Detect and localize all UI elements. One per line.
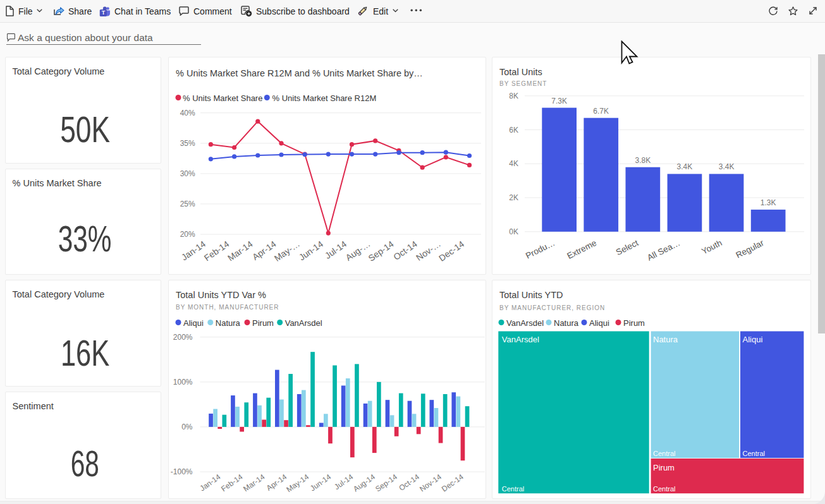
svg-text:-100%: -100%	[171, 467, 193, 476]
svg-text:Feb-14: Feb-14	[219, 472, 244, 493]
svg-text:Sep-14: Sep-14	[366, 239, 395, 263]
svg-text:40%: 40%	[180, 109, 195, 117]
svg-text:Apr-14: Apr-14	[250, 239, 278, 262]
svg-text:100%: 100%	[173, 378, 193, 387]
svg-text:Natura: Natura	[554, 318, 579, 328]
svg-text:Pirum: Pirum	[653, 463, 675, 472]
svg-text:Pirum: Pirum	[623, 318, 645, 328]
svg-text:BY SEGMENT: BY SEGMENT	[499, 80, 547, 87]
svg-text:Oct-14: Oct-14	[397, 472, 421, 493]
svg-text:Nov-14: Nov-14	[418, 472, 443, 494]
svg-text:Aliqui: Aliqui	[589, 318, 609, 328]
svg-text:3.4K: 3.4K	[719, 162, 735, 171]
svg-text:Mar-14: Mar-14	[241, 472, 266, 493]
svg-text:Apr-14: Apr-14	[265, 472, 289, 493]
svg-text:200%: 200%	[173, 333, 193, 342]
svg-text:Nov-…: Nov-…	[414, 239, 443, 263]
svg-text:VanArsdel: VanArsdel	[502, 335, 539, 344]
svg-text:35%: 35%	[180, 139, 195, 148]
svg-text:6K: 6K	[509, 126, 518, 135]
svg-text:Select: Select	[614, 238, 640, 258]
svg-text:Jun-14: Jun-14	[309, 472, 333, 493]
svg-text:Dec-14: Dec-14	[437, 239, 466, 263]
svg-text:Central: Central	[653, 450, 675, 457]
svg-text:4K: 4K	[509, 159, 518, 168]
svg-text:3.4K: 3.4K	[677, 162, 693, 171]
svg-text:Regular: Regular	[735, 238, 766, 260]
svg-text:Dec-14: Dec-14	[440, 472, 465, 494]
svg-text:Natura: Natura	[653, 335, 678, 344]
svg-text:BY MONTH, MANUFACTURER: BY MONTH, MANUFACTURER	[176, 304, 279, 311]
svg-text:Central: Central	[653, 485, 675, 493]
svg-text:% Units Market Share: % Units Market Share	[183, 93, 262, 103]
svg-text:Jun-14: Jun-14	[297, 239, 325, 263]
svg-text:BY MANUFACTURER, REGION: BY MANUFACTURER, REGION	[499, 304, 605, 311]
svg-text:Sep-14: Sep-14	[374, 472, 399, 494]
svg-text:Aliqui: Aliqui	[183, 318, 204, 328]
svg-text:Aug-14: Aug-14	[351, 472, 377, 494]
svg-text:Oct-14: Oct-14	[391, 239, 419, 262]
svg-text:Jul-14: Jul-14	[333, 472, 355, 491]
svg-text:Jan-14: Jan-14	[180, 239, 207, 263]
svg-text:2K: 2K	[509, 193, 518, 202]
svg-text:All Sea…: All Sea…	[645, 238, 681, 263]
svg-text:Total Units YTD: Total Units YTD	[499, 290, 563, 300]
svg-text:Central: Central	[743, 450, 765, 457]
svg-text:% Units Market Share R12M and: % Units Market Share R12M and % Units Ma…	[176, 68, 423, 78]
svg-text:Feb-14: Feb-14	[202, 239, 231, 263]
svg-text:20%: 20%	[180, 230, 195, 239]
svg-text:May-14: May-14	[284, 472, 310, 495]
svg-text:Mar-14: Mar-14	[226, 239, 255, 263]
svg-text:Youth: Youth	[700, 238, 723, 256]
svg-text:6.7K: 6.7K	[593, 107, 609, 116]
svg-text:Produ…: Produ…	[524, 238, 556, 261]
svg-text:Aug-…: Aug-…	[344, 239, 372, 263]
svg-text:7.3K: 7.3K	[551, 97, 567, 105]
svg-text:Jan-14: Jan-14	[198, 472, 222, 493]
svg-text:May-…: May-…	[272, 239, 302, 263]
svg-text:% Units Market Share R12M: % Units Market Share R12M	[272, 93, 377, 103]
svg-text:T: T	[102, 9, 106, 16]
svg-text:Central: Central	[502, 485, 524, 493]
svg-text:Aliqui: Aliqui	[743, 335, 763, 344]
svg-text:0%: 0%	[181, 423, 193, 431]
svg-text:25%: 25%	[180, 200, 195, 208]
svg-text:Natura: Natura	[216, 318, 241, 328]
svg-text:Total Units YTD Var %: Total Units YTD Var %	[176, 290, 266, 300]
svg-text:Extreme: Extreme	[565, 238, 598, 261]
svg-text:0K: 0K	[509, 227, 518, 236]
svg-text:Jul-14: Jul-14	[323, 239, 349, 261]
svg-text:30%: 30%	[180, 169, 195, 178]
svg-text:VanArsdel: VanArsdel	[285, 318, 322, 328]
svg-text:8K: 8K	[509, 92, 518, 100]
svg-text:Total Units: Total Units	[499, 67, 542, 77]
svg-text:Pirum: Pirum	[252, 318, 274, 328]
svg-text:1.3K: 1.3K	[761, 198, 776, 207]
svg-text:3.8K: 3.8K	[635, 156, 651, 165]
svg-text:VanArsdel: VanArsdel	[506, 318, 544, 328]
